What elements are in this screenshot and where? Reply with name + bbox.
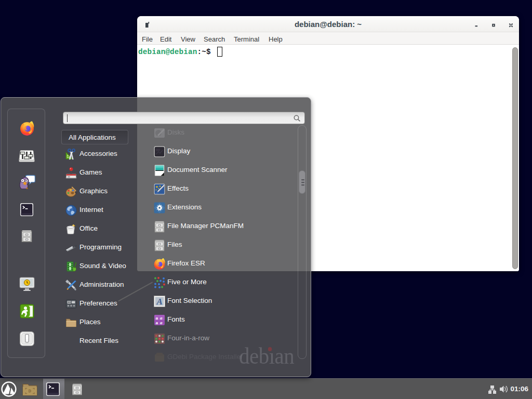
svg-text:A: A xyxy=(156,297,163,307)
svg-text:a: a xyxy=(160,320,163,325)
svg-text:a: a xyxy=(156,320,158,325)
